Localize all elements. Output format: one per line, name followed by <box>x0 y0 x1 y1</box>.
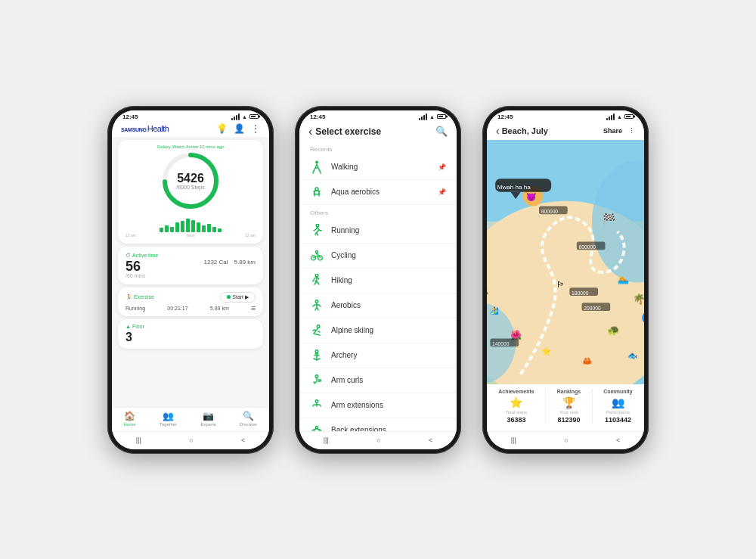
back-btn-2[interactable]: < <box>423 435 438 446</box>
svg-text:180000: 180000 <box>572 290 589 295</box>
back-btn-3[interactable]: < <box>610 435 626 446</box>
list-item-back-extensions[interactable]: Back extensions <box>299 418 457 431</box>
more-icon[interactable]: ⋮ <box>251 123 260 134</box>
p3-header-right: Share ⋮ <box>603 127 635 135</box>
others-label: Others <box>299 205 457 219</box>
walking-icon <box>310 160 324 174</box>
nav-discover[interactable]: 🔍 Discover <box>240 411 257 427</box>
exercise-header: 🏃 Exercise Start ▶ <box>125 292 256 303</box>
svg-text:🦀: 🦀 <box>582 356 593 366</box>
active-time-value: 56 <box>125 259 198 273</box>
achievements-col: Achievements ⭐ Total steps 36383 <box>498 389 534 424</box>
experts-icon: 📷 <box>203 411 214 421</box>
recents-label: Recents <box>299 141 457 155</box>
p2-back-btn[interactable]: ‹ Select exercise <box>308 125 381 138</box>
p3-back-btn[interactable]: ‹ Beach, July <box>496 125 548 137</box>
pin-icon-walking[interactable]: 📌 <box>438 163 446 171</box>
home-icon: 🏠 <box>124 411 135 421</box>
floor-card: ▲ Floor 3 <box>118 319 263 349</box>
back-chevron-icon: ‹ <box>308 125 312 138</box>
back-extensions-icon <box>310 424 324 431</box>
p1-phone-nav: ||| ○ < <box>112 431 269 449</box>
exercise-list-icon[interactable]: ☰ <box>251 306 256 312</box>
nav-together[interactable]: 👥 Together <box>160 411 177 427</box>
list-item-walking[interactable]: Walking 📌 <box>299 155 457 180</box>
aerobics-icon <box>310 299 324 312</box>
time-1: 12:45 <box>122 113 138 120</box>
samsung-health-logo: SAMSUNG Health <box>121 124 169 133</box>
chart-label-start: 12 am <box>125 233 136 238</box>
run-icon: 🏃 <box>125 294 132 300</box>
recent-apps-btn-3[interactable]: ||| <box>505 435 522 446</box>
recent-apps-btn-2[interactable]: ||| <box>318 435 335 446</box>
arm-extensions-icon <box>310 399 324 412</box>
home-btn-1[interactable]: ○ <box>183 435 199 446</box>
svg-point-14 <box>316 426 318 428</box>
p3-stats: Achievements ⭐ Total steps 36383 Ranking… <box>487 384 644 431</box>
exercise-type: Running <box>125 306 145 311</box>
svg-text:⭐: ⭐ <box>541 346 552 356</box>
status-bar-2: 12:45 ▲ <box>299 110 457 122</box>
back-btn-1[interactable]: < <box>235 435 251 446</box>
bulb-icon[interactable]: 💡 <box>216 123 228 134</box>
phone-3: 12:45 ▲ ‹ Be <box>482 106 649 454</box>
search-icon-2[interactable]: 🔍 <box>435 126 448 137</box>
home-btn-2[interactable]: ○ <box>370 435 386 446</box>
cal-stat: 1232 Cal <box>204 259 228 266</box>
time-3: 12:45 <box>497 113 513 120</box>
divider-1 <box>545 389 546 424</box>
exercise-time: 00:21:17 <box>167 306 187 311</box>
phone-1-screen: 12:45 ▲ SAMSUNG <box>112 110 269 449</box>
nav-experts[interactable]: 📷 Experts <box>200 411 215 427</box>
p3-header: ‹ Beach, July Share ⋮ <box>487 122 644 140</box>
p2-exercise-list: Recents Walking 📌 <box>299 141 457 431</box>
pin-icon-aqua[interactable]: 📌 <box>438 188 446 196</box>
active-right: 1232 Cal 5.89 km <box>204 253 256 266</box>
discover-icon: 🔍 <box>243 411 254 421</box>
p1-content: Galaxy Watch Active 10 mins ago 5426 /60… <box>112 137 269 407</box>
active-title: ⏱ Active time <box>125 253 198 258</box>
profile-icon[interactable]: 👤 <box>234 123 245 134</box>
home-btn-3[interactable]: ○ <box>558 435 574 446</box>
p2-header: ‹ Select exercise 🔍 <box>299 122 457 141</box>
list-item-aqua-aerobics[interactable]: Aqua aerobics 📌 <box>299 180 457 205</box>
your-rank-label: Your rank <box>559 410 578 415</box>
list-item-cycling[interactable]: Cycling <box>299 244 457 269</box>
walking-label: Walking <box>331 163 358 171</box>
exercise-dot <box>227 295 231 299</box>
battery-icon-3 <box>624 114 634 119</box>
p1-header-icons: 💡 👤 ⋮ <box>216 123 260 134</box>
list-item-arm-extensions[interactable]: Arm extensions <box>299 393 457 418</box>
start-button[interactable]: Start ▶ <box>220 292 256 303</box>
list-item-running[interactable]: Running <box>299 219 457 244</box>
wifi-icon-1: ▲ <box>242 114 247 120</box>
arm-extensions-label: Arm extensions <box>331 401 383 409</box>
wifi-icon-2: ▲ <box>429 114 435 120</box>
chart-label-now: Now <box>187 233 194 238</box>
list-item-archery[interactable]: Archery <box>299 343 457 368</box>
phones-container: 12:45 ▲ SAMSUNG <box>107 106 649 454</box>
svg-text:🌴: 🌴 <box>633 293 644 306</box>
divider-2 <box>592 389 593 424</box>
nav-home[interactable]: 🏠 Home <box>124 411 136 427</box>
list-item-alpine-skiing[interactable]: Alpine skiing <box>299 318 457 343</box>
aerobics-label: Aerobics <box>331 301 361 309</box>
alpine-skiing-label: Alpine skiing <box>331 326 373 334</box>
rankings-icon: 🏆 <box>562 396 575 408</box>
svg-text:🏊: 🏊 <box>618 273 630 284</box>
steps-card: Galaxy Watch Active 10 mins ago 5426 /60… <box>118 140 263 244</box>
more-icon-3[interactable]: ⋮ <box>628 127 635 135</box>
cycling-icon <box>310 249 324 262</box>
svg-text:200000: 200000 <box>584 305 601 310</box>
skiing-icon <box>310 324 324 337</box>
status-bar-1: 12:45 ▲ <box>112 110 269 122</box>
steps-center: 5426 /6000 Steps <box>176 172 204 189</box>
participants-label: Participants <box>606 410 630 415</box>
list-item-aerobics[interactable]: Aerobics <box>299 293 457 318</box>
phone-2-screen: 12:45 ▲ ‹ Se <box>299 110 457 449</box>
share-button[interactable]: Share <box>603 127 622 135</box>
list-item-hiking[interactable]: Hiking <box>299 269 457 293</box>
status-bar-3: 12:45 ▲ <box>487 110 644 122</box>
recent-apps-btn-1[interactable]: ||| <box>130 435 147 446</box>
list-item-arm-curls[interactable]: Arm curls <box>299 368 457 393</box>
